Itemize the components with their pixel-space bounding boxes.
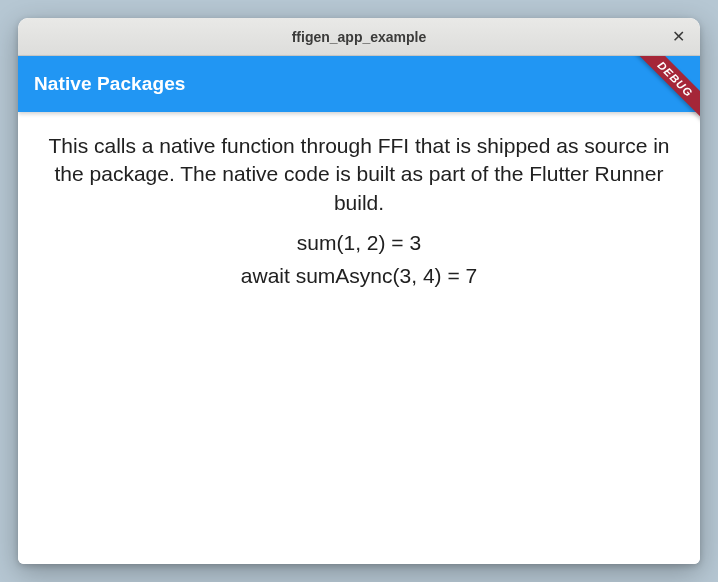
result-line-sum-async: await sumAsync(3, 4) = 7 [42,260,676,293]
app-bar-title: Native Packages [34,73,186,95]
window-close-button[interactable]: ✕ [666,25,690,49]
window-titlebar: ffigen_app_example ✕ [18,18,700,56]
app-bar: Native Packages DEBUG [18,56,700,112]
window-title: ffigen_app_example [292,29,427,45]
main-content: This calls a native function through FFI… [18,112,700,564]
app-window: ffigen_app_example ✕ Native Packages DEB… [18,18,700,564]
description-text: This calls a native function through FFI… [42,132,676,217]
result-line-sum: sum(1, 2) = 3 [42,227,676,260]
close-icon: ✕ [672,29,685,45]
